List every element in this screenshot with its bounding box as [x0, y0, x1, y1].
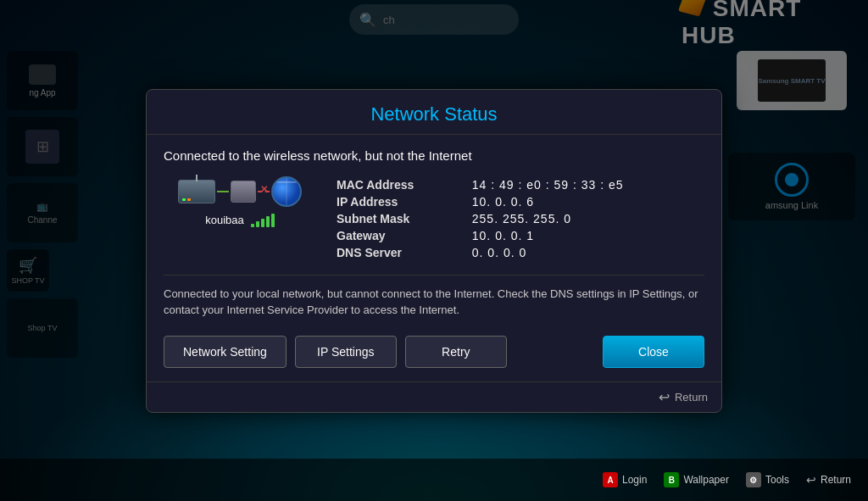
return-icon: ↩ — [659, 389, 670, 405]
x-mark: ✕ — [260, 184, 268, 195]
gateway-value: 10. 0. 0. 1 — [469, 227, 704, 244]
diagram-modem — [231, 181, 256, 203]
return-arrow-icon: ↩ — [806, 473, 816, 487]
globe-line-2 — [287, 178, 287, 205]
retry-button[interactable]: Retry — [405, 336, 507, 368]
diagram-router — [178, 180, 215, 203]
login-label: Login — [622, 474, 647, 486]
signal-bars — [251, 214, 275, 227]
btn-b-badge: B — [664, 472, 679, 487]
ip-row: IP Address 10. 0. 0. 6 — [333, 193, 704, 210]
mac-value: 14 : 49 : e0 : 59 : 33 : e5 — [469, 176, 704, 193]
subnet-label: Subnet Mask — [333, 210, 469, 227]
return-label: Return — [675, 391, 708, 404]
connection-line-broken: ✕ — [258, 191, 270, 192]
gateway-row: Gateway 10. 0. 0. 1 — [333, 227, 704, 244]
close-button[interactable]: Close — [603, 336, 704, 368]
diagram-icons: ✕ — [178, 176, 302, 207]
dialog-title: Network Status — [147, 90, 721, 135]
details-table: MAC Address 14 : 49 : e0 : 59 : 33 : e5 … — [333, 176, 704, 261]
bottom-bar: A Login B Wallpaper ⚙ Tools ↩ Return — [0, 459, 868, 501]
wallpaper-label: Wallpaper — [683, 474, 729, 486]
signal-bar-4 — [266, 216, 270, 227]
router-lights — [182, 198, 191, 201]
signal-bar-3 — [261, 219, 264, 227]
mac-row: MAC Address 14 : 49 : e0 : 59 : 33 : e5 — [333, 176, 704, 193]
wallpaper-button[interactable]: B Wallpaper — [664, 472, 729, 487]
network-details: MAC Address 14 : 49 : e0 : 59 : 33 : e5 … — [333, 176, 704, 261]
dns-label: DNS Server — [333, 244, 469, 261]
diagram-globe — [271, 176, 302, 207]
btn-a-badge: A — [603, 472, 618, 487]
dns-row: DNS Server 0. 0. 0. 0 — [333, 244, 704, 261]
modal-overlay: Network Status Connected to the wireless… — [0, 0, 868, 501]
signal-bar-5 — [271, 214, 275, 227]
ip-settings-button[interactable]: IP Settings — [295, 336, 397, 368]
bottom-return-label: Return — [821, 474, 851, 486]
ip-label: IP Address — [333, 193, 469, 210]
signal-bar-1 — [251, 224, 254, 227]
router-antenna — [196, 175, 198, 181]
subnet-value: 255. 255. 255. 0 — [469, 210, 704, 227]
tools-label: Tools — [765, 474, 789, 486]
tools-button[interactable]: ⚙ Tools — [746, 472, 789, 487]
dialog-buttons: Network Setting IP Settings Retry Close — [164, 332, 704, 368]
network-setting-button[interactable]: Network Setting — [164, 336, 287, 368]
dialog-body: Connected to the wireless network, but n… — [147, 135, 721, 381]
network-info-row: ✕ kouibaa — [164, 176, 704, 261]
dns-value: 0. 0. 0. 0 — [469, 244, 704, 261]
dialog-return-bar: ↩ Return — [147, 381, 721, 412]
mac-label: MAC Address — [333, 176, 469, 193]
ssid-name: kouibaa — [205, 214, 244, 226]
description-text: Connected to your local network, but can… — [164, 275, 704, 319]
network-status-dialog: Network Status Connected to the wireless… — [146, 89, 722, 413]
ip-value: 10. 0. 0. 6 — [469, 193, 704, 210]
ssid-row: kouibaa — [205, 214, 275, 227]
gateway-label: Gateway — [333, 227, 469, 244]
light-orange — [187, 198, 191, 201]
tools-icon: ⚙ — [746, 472, 761, 487]
connection-status-text: Connected to the wireless network, but n… — [164, 148, 704, 163]
light-green — [182, 198, 186, 201]
subnet-row: Subnet Mask 255. 255. 255. 0 — [333, 210, 704, 227]
connection-line-ok — [217, 191, 229, 192]
network-diagram: ✕ kouibaa — [164, 176, 316, 261]
signal-bar-2 — [256, 221, 259, 227]
return-button[interactable]: ↩ Return — [806, 473, 851, 487]
login-button[interactable]: A Login — [603, 472, 647, 487]
